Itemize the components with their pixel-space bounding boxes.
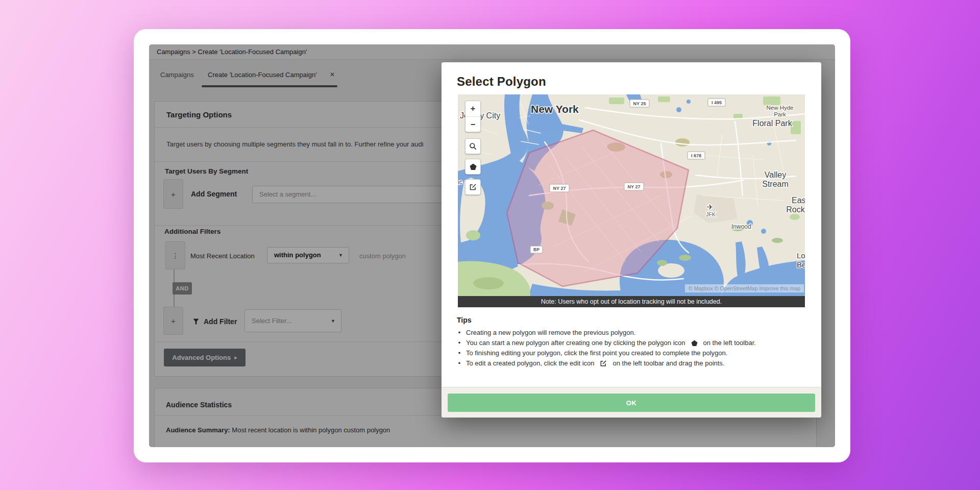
map-draw-polygon-button[interactable] <box>465 159 481 175</box>
tip-text: To finishing editing your polygon, click… <box>466 348 727 358</box>
polygon-icon <box>691 340 698 347</box>
polygon-icon <box>470 163 477 170</box>
tip-item: • To edit a created polygon, click the e… <box>457 358 809 369</box>
label-east-rockaway: Rockav <box>786 205 805 214</box>
label-east-rockaway: East <box>792 196 805 205</box>
bullet-icon: • <box>457 358 462 369</box>
browser-window-frame: Campaigns > Create 'Location-Focused Cam… <box>134 29 850 462</box>
label-long-beach: Be <box>797 260 805 269</box>
bullet-icon: • <box>457 338 462 348</box>
tips-heading: Tips <box>457 316 809 324</box>
label-new-york: New York <box>531 103 579 115</box>
bullet-icon: • <box>457 348 462 358</box>
label-jfk: JFK <box>706 211 716 217</box>
label-valley-stream: Stream <box>762 180 789 188</box>
shield-bp: BP <box>533 247 540 252</box>
location-tracking-note: Note: Users who opt out of location trac… <box>458 296 805 307</box>
desktop-background: Campaigns > Create 'Location-Focused Cam… <box>0 0 980 490</box>
tip-text: To edit a created polygon, click the edi… <box>466 358 594 369</box>
tip-text: Creating a new polygon will remove the p… <box>466 328 635 338</box>
tip-text: on the left toolbar and drag the points. <box>612 358 724 369</box>
shield-i678: I 678 <box>691 153 701 158</box>
label-new-hyde-park: Park <box>774 111 786 117</box>
zoom-out-button[interactable]: − <box>465 116 480 132</box>
select-polygon-modal: Select Polygon <box>442 62 821 418</box>
label-long-beach: Lo <box>797 251 805 260</box>
shield-ny27: NY 27 <box>628 184 641 189</box>
edit-icon <box>469 183 477 191</box>
label-new-hyde-park: New Hyde <box>766 105 793 111</box>
bullet-icon: • <box>457 328 462 338</box>
shield-ny27: NY 27 <box>553 186 566 191</box>
map-search-button[interactable] <box>465 138 481 154</box>
edit-icon <box>600 360 607 367</box>
ok-button[interactable]: OK <box>448 394 815 412</box>
map-edit-polygon-button[interactable] <box>465 179 481 195</box>
tips-section: Tips • Creating a new polygon will remov… <box>457 316 809 369</box>
shield-i495: I 495 <box>712 100 722 105</box>
tip-text: on the left toolbar. <box>703 338 756 348</box>
label-floral-park: Floral Park <box>752 119 792 128</box>
label-inwood: Inwood <box>731 223 751 230</box>
map-container[interactable]: NY 25 I 495 I 678 NY 27 NY 27 BP <box>458 94 805 307</box>
search-icon <box>469 142 477 150</box>
label-valley-stream: Valley <box>765 170 786 179</box>
shield-ny25: NY 25 <box>633 101 646 106</box>
modal-title: Select Polygon <box>457 75 546 89</box>
campaign-app: Campaigns > Create 'Location-Focused Cam… <box>149 44 835 447</box>
tip-item: • To finishing editing your polygon, cli… <box>457 348 809 358</box>
tip-item: • Creating a new polygon will remove the… <box>457 328 809 338</box>
map-zoom-control: + − <box>465 101 481 132</box>
airplane-icon: ✈ <box>707 203 714 211</box>
modal-footer: OK <box>442 387 821 418</box>
zoom-in-button[interactable]: + <box>465 101 480 116</box>
map-attribution[interactable]: © Mapbox © OpenStreetMap Improve this ma… <box>685 284 804 292</box>
map-canvas[interactable]: NY 25 I 495 I 678 NY 27 NY 27 BP <box>458 94 805 296</box>
tip-text: You can start a new polygon after creati… <box>466 338 685 348</box>
tip-item: • You can start a new polygon after crea… <box>457 338 809 348</box>
label-partial-left: nc <box>458 179 462 186</box>
